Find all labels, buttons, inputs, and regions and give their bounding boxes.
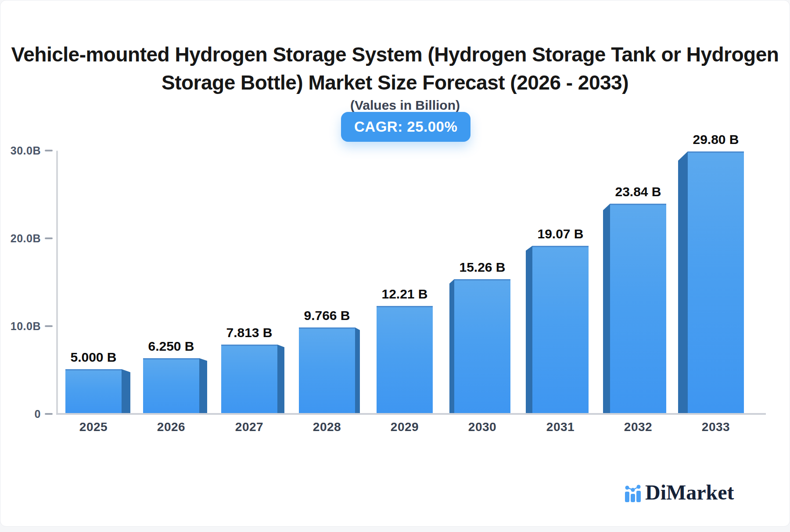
- y-tick-mark: [45, 150, 53, 151]
- y-tick-label: 0: [0, 407, 41, 421]
- bar-2029: [377, 306, 433, 413]
- x-axis-year-label: 2027: [205, 421, 293, 434]
- bar-2031: [532, 246, 589, 413]
- bar-side-3d: [122, 369, 130, 413]
- bar-side-3d: [199, 358, 207, 413]
- x-axis-year-label: 2032: [594, 421, 682, 434]
- bar-2027: [221, 345, 277, 413]
- bar-2026: [143, 358, 199, 413]
- bar-side-3d: [526, 246, 532, 413]
- x-axis-year-label: 2028: [283, 421, 371, 434]
- bar-2030: [454, 279, 510, 413]
- y-tick-mark: [45, 237, 53, 239]
- x-axis-year-label: 2026: [127, 421, 215, 434]
- bar-value-label: 12.21 B: [343, 286, 466, 302]
- x-axis-line: [56, 413, 766, 415]
- brand-name: DiMarket: [645, 482, 734, 503]
- plot-area: 010.0B20.0B30.0B5.000 B20256.250 B20267.…: [0, 0, 790, 532]
- bar-value-label: 29.80 B: [654, 131, 777, 148]
- bar-2033: [688, 151, 744, 413]
- y-tick-label: 10.0B: [0, 319, 41, 333]
- bar-side-3d: [449, 279, 454, 413]
- bar-side-3d: [277, 345, 284, 413]
- bar-chart-sparkline-icon: [624, 485, 643, 503]
- y-tick-label: 30.0B: [0, 144, 41, 158]
- x-axis-year-label: 2029: [361, 421, 449, 434]
- bar-side-3d: [355, 327, 360, 413]
- x-axis-year-label: 2031: [517, 421, 604, 434]
- bar-value-label: 15.26 B: [421, 259, 544, 276]
- y-tick-mark: [45, 325, 53, 327]
- y-tick-mark: [45, 413, 53, 415]
- x-axis-year-label: 2025: [50, 421, 137, 434]
- bar-2032: [610, 204, 666, 413]
- bar-2025: [65, 369, 122, 413]
- bar-value-label: 7.813 B: [188, 324, 311, 341]
- bar-2028: [299, 327, 355, 413]
- bar-value-label: 9.766 B: [266, 307, 388, 324]
- bar-side-3d: [603, 204, 610, 413]
- bar-side-3d: [678, 151, 688, 413]
- y-tick-label: 20.0B: [0, 231, 41, 245]
- y-axis-line: [56, 151, 58, 415]
- x-axis-year-label: 2033: [672, 421, 760, 434]
- x-axis-year-label: 2030: [438, 421, 526, 434]
